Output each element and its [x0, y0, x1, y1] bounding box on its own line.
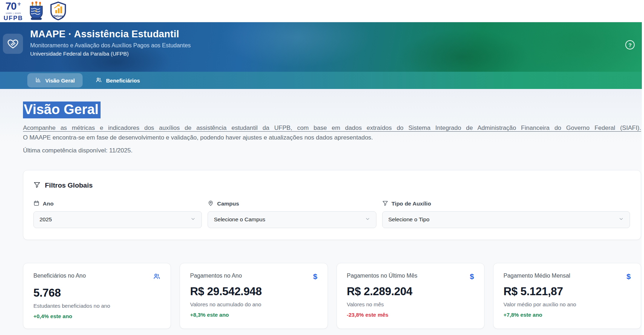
app-subtitle: Monitoramento e Avaliação dos Auxílios P… [30, 42, 191, 49]
filter-label: Tipo de Auxílio [392, 200, 431, 207]
global-filters-card: Filtros Globais Ano 2025 [23, 170, 641, 240]
campus-select-value: Selecione o Campus [214, 216, 265, 223]
tab-label: Beneficiários [106, 77, 140, 84]
calendar-icon [33, 200, 40, 208]
ufpb-70-sigla: UFPB [4, 15, 23, 21]
top-logo-bar: 70 ⚜ 1955 | 2025 UFPB ⚜ [0, 0, 644, 22]
chevron-down-icon [618, 216, 624, 223]
sigov-logo: SIGov [50, 1, 67, 21]
filter-label: Campus [217, 200, 239, 207]
kpi-label: Beneficiários no Ano [33, 273, 86, 279]
kpi-delta: +0,4% este ano [33, 313, 161, 319]
filter-field-tipo-auxilio: Tipo de Auxílio Selecione o Tipo [382, 200, 630, 228]
fleur-de-lis-icon: ⚜ [17, 2, 21, 6]
kpi-card-pagamento-medio-mensal: Pagamento Médio Mensal $ R$ 5.121,87 Val… [493, 263, 641, 329]
kpi-delta: -23,8% este mês [347, 312, 474, 318]
scrollbar-track[interactable] [642, 0, 644, 335]
last-competency-text: Última competência disponível: 11/2025. [23, 147, 641, 154]
users-icon [153, 273, 161, 282]
dollar-icon: $ [313, 273, 318, 280]
chevron-down-icon [190, 216, 196, 223]
tipo-auxilio-select[interactable]: Selecione o Tipo [382, 211, 630, 228]
filters-title: Filtros Globais [45, 181, 93, 189]
tipo-auxilio-select-value: Selecione o Tipo [388, 216, 430, 223]
filter-field-ano: Ano 2025 [33, 200, 202, 228]
dollar-icon: $ [626, 273, 631, 280]
map-pin-icon [208, 200, 214, 208]
kpi-value: 5.768 [33, 287, 161, 299]
tab-visao-geral[interactable]: Visão Geral [27, 73, 83, 88]
ufpb-70-number: 70 [5, 1, 16, 11]
chevron-down-icon [365, 216, 370, 223]
sigov-label: SIGov [54, 14, 64, 18]
ufpb-crest-logo: ⚜ [29, 1, 44, 21]
heart-hand-icon [3, 34, 23, 54]
page-title-selected-text: Visão Geral [23, 102, 101, 118]
filter-icon [33, 181, 41, 190]
ufpb-70-years: 1955 | 2025 [6, 12, 21, 14]
tab-label: Visão Geral [45, 77, 75, 84]
campus-select[interactable]: Selecione o Campus [208, 211, 376, 228]
institution-name: Universidade Federal da Paraíba (UFPB) [30, 51, 191, 57]
kpi-label: Pagamento Médio Mensal [504, 273, 570, 279]
kpi-card-beneficiarios-ano: Beneficiários no Ano 5.768 Estudantes be… [23, 263, 171, 329]
hero-text-block: MAAPE · Assistência Estudantil Monitoram… [30, 29, 191, 57]
page-title: Visão Geral [23, 89, 641, 118]
year-select-value: 2025 [40, 216, 52, 223]
year-select[interactable]: 2025 [33, 211, 202, 228]
ufpb-70-logo: 70 ⚜ 1955 | 2025 UFPB [4, 1, 23, 21]
page-description-rest: O MAAPE encontra-se em fase de desenvolv… [23, 134, 373, 141]
app-title: MAAPE · Assistência Estudantil [30, 29, 191, 40]
filter-field-campus: Campus Selecione o Campus [208, 200, 376, 228]
page-description-underlined: Acompanhe as métricas e indicadores dos … [23, 123, 641, 133]
kpi-description: Valores no acumulado do ano [190, 301, 317, 307]
dollar-icon: $ [470, 273, 474, 280]
main-content: Visão Geral Acompanhe as métricas e indi… [0, 89, 644, 335]
bar-chart-icon [35, 77, 41, 84]
hero-header: MAAPE · Assistência Estudantil Monitoram… [0, 22, 644, 72]
kpi-label: Pagamentos no Último Mês [347, 273, 418, 279]
kpi-delta: +8,3% este ano [190, 312, 317, 318]
page-description: Acompanhe as métricas e indicadores dos … [23, 123, 641, 142]
tab-beneficiarios[interactable]: Beneficiários [88, 73, 148, 88]
kpi-value: R$ 29.542.948 [190, 285, 317, 298]
kpi-value: R$ 2.289.204 [347, 285, 474, 298]
kpi-value: R$ 5.121,87 [504, 285, 631, 298]
users-icon [96, 77, 102, 84]
kpi-description: Valor médio por auxílio no ano [504, 301, 631, 307]
main-nav: Visão Geral Beneficiários [0, 72, 644, 89]
kpi-description: Valores no mês [347, 301, 474, 307]
kpi-delta: +7,8% este ano [504, 312, 631, 318]
kpi-card-pagamentos-ano: Pagamentos no Ano $ R$ 29.542.948 Valore… [180, 263, 328, 329]
filter-icon [382, 200, 388, 208]
kpi-cards-row: Beneficiários no Ano 5.768 Estudantes be… [23, 263, 641, 329]
svg-text:⚜: ⚜ [34, 9, 38, 13]
filter-label: Ano [43, 200, 54, 207]
help-icon[interactable]: ? [625, 40, 635, 49]
kpi-description: Estudantes beneficiados no ano [33, 303, 161, 309]
kpi-card-pagamentos-ultimo-mes: Pagamentos no Último Mês $ R$ 2.289.204 … [337, 263, 485, 329]
kpi-label: Pagamentos no Ano [190, 273, 242, 279]
